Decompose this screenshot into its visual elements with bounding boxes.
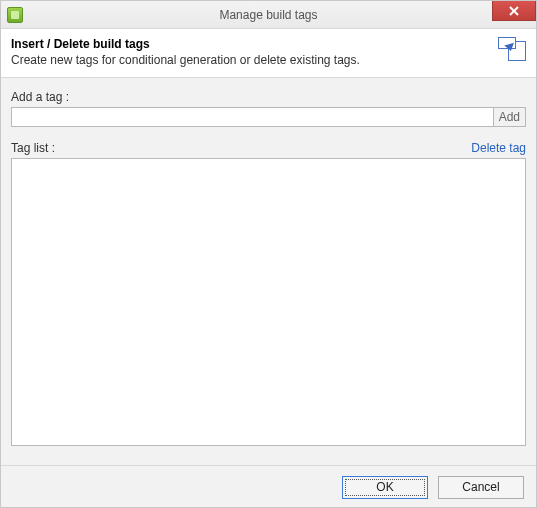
window-title: Manage build tags	[1, 8, 536, 22]
add-tag-input[interactable]	[11, 107, 494, 127]
delete-tag-link[interactable]: Delete tag	[471, 141, 526, 155]
ok-button[interactable]: OK	[342, 476, 428, 499]
dialog-header: Insert / Delete build tags Create new ta…	[1, 29, 536, 78]
cancel-button[interactable]: Cancel	[438, 476, 524, 499]
titlebar: Manage build tags	[1, 1, 536, 29]
close-button[interactable]	[492, 1, 536, 21]
header-title: Insert / Delete build tags	[11, 37, 490, 51]
add-tag-label: Add a tag :	[11, 90, 526, 104]
dialog-body: Add a tag : Add Tag list : Delete tag	[1, 78, 536, 466]
dialog-footer: OK Cancel	[1, 466, 536, 508]
tag-list-box[interactable]	[11, 158, 526, 446]
header-subtitle: Create new tags for conditional generati…	[11, 53, 490, 67]
add-button[interactable]: Add	[494, 107, 526, 127]
close-icon	[509, 6, 519, 16]
app-icon	[7, 7, 23, 23]
tag-list-label: Tag list :	[11, 141, 55, 155]
tags-document-icon	[498, 37, 526, 61]
